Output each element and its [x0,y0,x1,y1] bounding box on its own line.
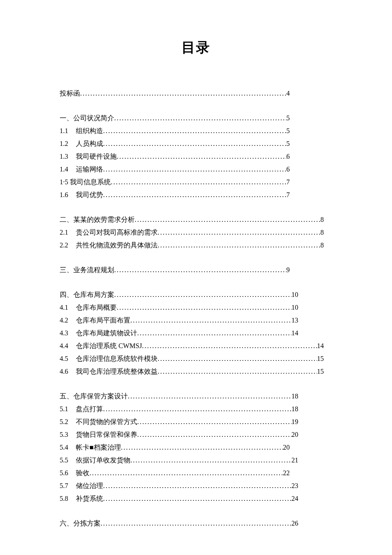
toc-entry-text: 仓库布局建筑物设计 [74,329,137,337]
toc-entry-page: 23 [291,479,298,492]
toc-entry-label: 2.1 贵公司对我司高标准的需求 [60,226,158,239]
toc-entry-label: 1.4 运输网络 [60,163,103,176]
toc-entry-text: 不同货物的保管方式 [74,418,137,425]
toc-leader-dots [128,390,291,403]
toc-entry-number: 4.1 [60,301,74,314]
toc-entry-number: 5.4 [60,441,74,454]
toc-entry: 4.6 我司仓库治理系统整体效益15 [60,365,324,378]
toc-entry-page: 14 [291,327,298,340]
toc-leader-dots [103,479,291,492]
toc-entry-text: 货物日常保管和保养 [74,431,137,438]
toc-leader-dots [103,163,286,176]
toc-leader-dots [80,87,286,100]
toc-entry-label: 4.2 仓库布局平面布置 [60,314,130,327]
toc-group: 二、某某的效劳需求分析82.1 贵公司对我司高标准的需求82.2 共性化物流效劳… [60,213,332,252]
toc-entry-number: 5.7 [60,479,74,492]
toc-entry: 四、仓库布局方案10 [60,288,298,301]
toc-entry-text: 贵公司对我司高标准的需求 [74,229,158,236]
toc-entry-text: 仓库治理系统 CWMSJ [74,342,142,349]
toc-group: 五、仓库保管方案设计185.1 盘点打算185.2 不同货物的保管方式195.3… [60,390,332,505]
toc-entry-page: 15 [317,365,324,378]
toc-entry-page: 10 [291,301,298,314]
toc-group: 一、公司状况简介51.1 组织构造51.2 人员构成51.3 我司硬件设施61.… [60,112,332,201]
toc-entry-label: 1·5 我司信息系统 [60,176,111,189]
toc-entry-text: 仓库治理信息系统软件模块 [74,355,158,362]
toc-group: 三、业务流程规划9 [60,264,332,276]
toc-leader-dots [130,314,291,327]
toc-entry-label: 投标函 [60,87,80,100]
toc-entry-number: 1.1 [60,125,74,137]
toc-entry-page: 5 [286,125,290,137]
toc-entry-number: 5.3 [60,428,74,441]
toc-entry: 4.4 仓库治理系统 CWMSJ14 [60,340,324,352]
toc-entry-number: 5.2 [60,416,74,428]
toc-entry-label: 5.5 依据订单收发货物 [60,454,130,467]
toc-leader-dots [158,239,320,252]
toc-group: 六、分拣方案26 [60,517,332,530]
toc-entry-number: 5.1 [60,403,74,416]
toc-leader-dots [158,365,317,378]
toc-entry: 5.2 不同货物的保管方式19 [60,416,298,428]
toc-entry-page: 19 [291,416,298,428]
toc-entry-label: 二、某某的效劳需求分析 [60,213,135,226]
toc-entry-page: 14 [317,340,324,352]
toc-entry-label: 4.4 仓库治理系统 CWMSJ [60,340,142,352]
toc-entry-page: 9 [286,264,290,276]
toc-entry: 5.6 验收22 [60,467,290,479]
toc-entry-text: 依据订单收发货物 [74,456,130,464]
toc-entry-page: 21 [291,454,298,467]
toc-leader-dots [114,288,291,301]
toc-entry-number: 2.1 [60,226,74,239]
toc-entry-text: 帐卡■档案治理 [74,444,121,451]
toc-entry: 5.1 盘点打算18 [60,403,298,416]
toc-entry-number: 5.5 [60,454,74,467]
toc-entry-number: 5.6 [60,467,74,479]
table-of-contents: 投标函4一、公司状况简介51.1 组织构造51.2 人员构成51.3 我司硬件设… [60,87,332,530]
toc-leader-dots [142,340,317,352]
toc-entry: 1.3 我司硬件设施6 [60,150,290,163]
toc-entry-page: 24 [291,492,298,505]
toc-entry-page: 8 [320,226,324,239]
toc-leader-dots [117,301,291,314]
toc-entry: 5.3 货物日常保管和保养20 [60,428,298,441]
toc-leader-dots [117,150,286,163]
toc-entry-number: 1.2 [60,137,74,150]
toc-group: 四、仓库布局方案104.1 仓库布局概要104.2 仓库布局平面布置134.3 … [60,288,332,378]
toc-entry-text: 共性化物流效劳的具体做法 [74,241,158,249]
toc-leader-dots [158,226,320,239]
toc-entry-text: 仓库布局概要 [74,304,117,311]
toc-entry-label: 5.6 验收 [60,467,89,479]
toc-entry-label: 2.2 共性化物流效劳的具体做法 [60,239,158,252]
toc-entry-label: 5.1 盘点打算 [60,403,103,416]
toc-entry-label: 1.3 我司硬件设施 [60,150,117,163]
toc-entry-label: 5.2 不同货物的保管方式 [60,416,137,428]
toc-entry: 1.1 组织构造5 [60,125,290,137]
toc-leader-dots [103,492,291,505]
toc-entry: 投标函4 [60,87,290,100]
toc-entry-label: 1.2 人员构成 [60,137,103,150]
toc-leader-dots [103,137,286,150]
toc-entry-text: 我司优势 [74,191,103,198]
toc-entry-number: 4.4 [60,340,74,352]
toc-entry-text: 验收 [74,469,89,477]
toc-entry-page: 18 [291,403,298,416]
toc-leader-dots [103,125,286,137]
toc-entry-page: 13 [291,314,298,327]
toc-entry: 二、某某的效劳需求分析8 [60,213,324,226]
toc-entry-label: 三、业务流程规划 [60,264,114,276]
toc-entry: 三、业务流程规划9 [60,264,290,276]
toc-entry-label: 1.1 组织构造 [60,125,103,137]
toc-entry: 一、公司状况简介5 [60,112,290,125]
toc-entry-label: 4.3 仓库布局建筑物设计 [60,327,137,340]
toc-leader-dots [137,416,291,428]
toc-entry: 5.8 补货系统24 [60,492,298,505]
toc-entry-page: 8 [320,239,324,252]
toc-entry-label: 5.7 储位治理 [60,479,103,492]
toc-leader-dots [121,441,283,454]
toc-entry-label: 五、仓库保管方案设计 [60,390,128,403]
toc-leader-dots [89,467,283,479]
toc-entry-label: 4.1 仓库布局概要 [60,301,117,314]
toc-entry-text: 人员构成 [74,140,103,147]
toc-entry: 4.2 仓库布局平面布置13 [60,314,298,327]
toc-entry: 4.5 仓库治理信息系统软件模块15 [60,352,324,365]
